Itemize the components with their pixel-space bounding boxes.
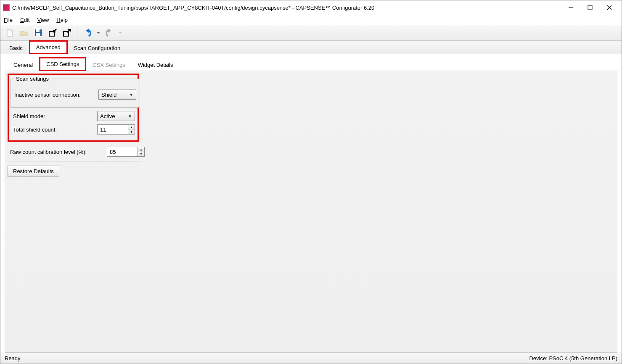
scan-settings-legend: Scan settings: [14, 76, 50, 82]
save-icon[interactable]: [32, 27, 44, 39]
redo-icon[interactable]: [103, 27, 115, 39]
new-file-icon[interactable]: [4, 27, 16, 39]
status-bar: Ready Device: PSoC 4 (5th Generation LP): [0, 353, 622, 364]
import-icon[interactable]: [47, 27, 58, 39]
open-file-icon[interactable]: [18, 27, 30, 39]
close-button[interactable]: [600, 1, 619, 14]
restore-defaults-button[interactable]: Restore Defaults: [8, 166, 59, 177]
raw-count-calibration-spinner[interactable]: 85 ▲ ▼: [107, 147, 145, 157]
export-icon[interactable]: [61, 27, 73, 39]
spinner-up-icon[interactable]: ▲: [138, 147, 144, 152]
status-ready: Ready: [5, 355, 21, 361]
spinner-up-icon[interactable]: ▲: [128, 125, 135, 130]
toolbar: [0, 25, 622, 41]
toolbar-separator: [77, 27, 77, 38]
tab-scan-configuration[interactable]: Scan Configuration: [68, 42, 127, 54]
raw-count-calibration-value: 85: [107, 149, 138, 155]
chevron-down-icon: ▼: [129, 92, 133, 97]
total-shield-count-value: 11: [98, 127, 128, 133]
menu-edit[interactable]: Edit: [20, 17, 29, 23]
total-shield-count-spinner[interactable]: 11 ▲ ▼: [97, 124, 135, 135]
shield-mode-label: Shield mode:: [13, 113, 97, 119]
menu-view[interactable]: View: [37, 17, 49, 23]
divider: [8, 161, 142, 161]
tab-csx-settings[interactable]: CSX Settings: [86, 59, 131, 71]
minimize-button[interactable]: [561, 1, 580, 14]
csd-settings-panel: Scan settings Inactive sensor connection…: [5, 71, 617, 353]
tab-widget-details[interactable]: Widget Details: [132, 59, 180, 71]
window-title: C:/mtw/MSCLP_Self_Capacitance_Button_Tun…: [12, 5, 561, 11]
svg-rect-1: [588, 5, 592, 10]
inactive-sensor-label: Inactive sensor connection:: [14, 92, 98, 98]
scan-settings-fieldset: Scan settings Inactive sensor connection…: [11, 76, 140, 108]
raw-count-calibration-label: Raw count calibration level (%):: [10, 149, 107, 155]
chevron-down-icon: ▼: [128, 114, 132, 119]
highlighted-scan-section: Scan settings Inactive sensor connection…: [8, 74, 139, 142]
status-device: Device: PSoC 4 (5th Generation LP): [529, 355, 617, 361]
undo-icon[interactable]: [82, 27, 93, 39]
total-shield-count-label: Total shield count:: [13, 127, 97, 133]
spinner-down-icon[interactable]: ▼: [128, 130, 135, 135]
shield-mode-combo[interactable]: Active ▼: [97, 111, 135, 121]
content-area: General CSD Settings CSX Settings Widget…: [0, 54, 622, 353]
undo-dropdown-icon[interactable]: [96, 27, 101, 39]
tab-csd-settings[interactable]: CSD Settings: [39, 57, 86, 71]
tab-general[interactable]: General: [7, 59, 39, 71]
maximize-button[interactable]: [580, 1, 600, 14]
menu-help[interactable]: Help: [56, 17, 68, 23]
primary-tab-bar: Basic Advanced Scan Configuration: [0, 41, 622, 54]
svg-rect-7: [39, 30, 40, 32]
shield-mode-value: Active: [100, 113, 115, 119]
inactive-sensor-combo[interactable]: Shield ▼: [98, 90, 136, 100]
menu-bar: File Edit View Help: [0, 15, 622, 25]
svg-rect-5: [36, 29, 40, 32]
secondary-tab-bar: General CSD Settings CSX Settings Widget…: [5, 58, 617, 71]
inactive-sensor-value: Shield: [101, 92, 116, 98]
title-bar: C:/mtw/MSCLP_Self_Capacitance_Button_Tun…: [0, 0, 622, 15]
app-icon: [3, 4, 10, 11]
menu-file[interactable]: File: [4, 17, 13, 23]
svg-rect-6: [36, 33, 40, 36]
spinner-down-icon[interactable]: ▼: [138, 152, 144, 157]
tab-basic[interactable]: Basic: [3, 42, 29, 54]
redo-dropdown-icon[interactable]: [118, 27, 123, 39]
tab-advanced[interactable]: Advanced: [29, 40, 68, 54]
